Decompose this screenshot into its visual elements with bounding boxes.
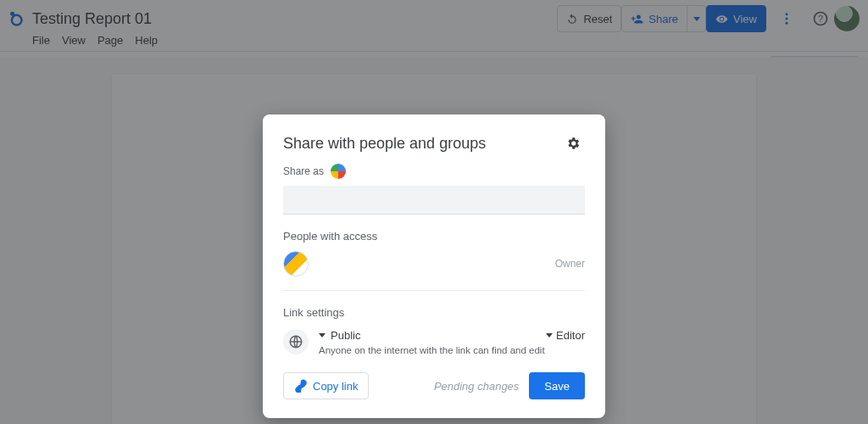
link-settings-row: Public Anyone on the internet with the l… <box>283 329 585 355</box>
link-mid: Public Anyone on the internet with the l… <box>319 329 546 355</box>
copy-link-label: Copy link <box>313 380 358 393</box>
link-settings-label: Link settings <box>283 306 585 319</box>
people-with-access-label: People with access <box>283 230 585 243</box>
save-button[interactable]: Save <box>529 372 585 399</box>
share-as-row: Share as <box>283 164 585 179</box>
globe-icon <box>288 334 303 349</box>
chevron-down-icon <box>546 333 553 338</box>
visibility-description: Anyone on the internet with the link can… <box>319 345 546 355</box>
share-settings-button[interactable] <box>561 131 585 155</box>
permission-dropdown[interactable]: Editor <box>546 329 585 342</box>
owner-avatar[interactable] <box>283 251 309 276</box>
copy-link-button[interactable]: Copy link <box>283 372 369 399</box>
share-as-label: Share as <box>283 165 324 177</box>
owner-role: Owner <box>555 258 585 270</box>
chevron-down-icon <box>319 333 326 338</box>
share-dialog: Share with people and groups Share as Pe… <box>263 114 605 418</box>
dialog-footer: Copy link Pending changes Save <box>283 372 585 399</box>
divider <box>283 290 585 291</box>
access-row-owner: Owner <box>283 251 585 276</box>
dialog-title: Share with people and groups <box>283 135 486 153</box>
share-as-avatar[interactable] <box>331 164 346 179</box>
modal-overlay[interactable]: Share with people and groups Share as Pe… <box>0 0 868 424</box>
visibility-value: Public <box>331 329 360 342</box>
save-label: Save <box>544 380 570 393</box>
visibility-badge <box>283 329 309 354</box>
permission-value: Editor <box>556 329 585 342</box>
dialog-header: Share with people and groups <box>283 131 585 155</box>
add-people-input[interactable] <box>283 186 585 215</box>
visibility-dropdown[interactable]: Public <box>319 329 546 342</box>
link-icon <box>294 379 308 393</box>
gear-icon <box>565 136 581 151</box>
pending-changes-label: Pending changes <box>434 380 519 393</box>
